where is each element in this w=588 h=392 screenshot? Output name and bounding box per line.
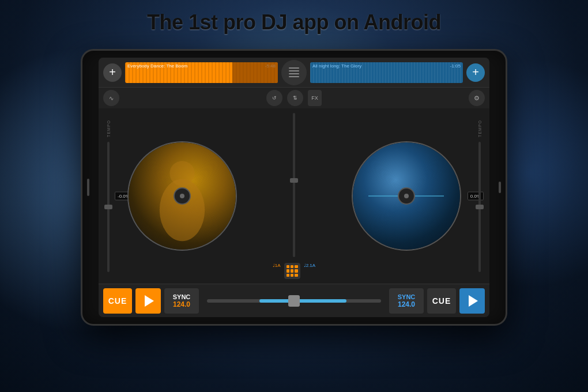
grid-button[interactable] [284, 263, 300, 279]
crossfader-fill [259, 299, 346, 303]
crossfader-thumb[interactable] [288, 295, 300, 307]
cue-button-right[interactable]: CUE [427, 288, 456, 314]
bpm-left: 124.0 [173, 300, 190, 308]
tablet-screen: + -5:48 Everybody Dance: The Boom -1:05 … [99, 58, 489, 317]
vinyl-center-left [174, 187, 191, 205]
tempo-slider-right[interactable]: TEMPO [476, 120, 484, 272]
bpm-right: 124.0 [398, 300, 415, 308]
sync-button-right[interactable]: SYNC 124.0 [389, 288, 424, 314]
controls-row: ∿ ↺ ⇅ FX ⚙ [99, 88, 489, 108]
bottom-bar: CUE SYNC 124.0 SYNC 124.0 [99, 284, 489, 317]
waveform-right[interactable]: -1:05 All night long: The Glory [310, 62, 463, 83]
key-right-label: ♩2.1A [304, 263, 315, 279]
play-button-right[interactable] [459, 288, 485, 314]
crossfader[interactable] [202, 288, 386, 314]
mixer-icon [289, 67, 299, 77]
play-icon-left [145, 295, 154, 307]
play-button-left[interactable] [135, 288, 161, 314]
vinyl-center-right [398, 187, 415, 205]
waveform-left-dark [232, 62, 278, 83]
tempo-thumb-right[interactable] [476, 205, 484, 209]
vinyl-left[interactable] [127, 141, 237, 251]
sync-label-right: SYNC [398, 293, 416, 300]
settings-button[interactable]: ⚙ [469, 90, 485, 106]
add-track-left-button[interactable]: + [103, 63, 122, 82]
track-name-left: Everybody Dance: The Boom [127, 63, 187, 69]
page-title: The 1st pro DJ app on Android [0, 10, 588, 35]
sync-button-left[interactable]: SYNC 124.0 [164, 288, 199, 314]
play-icon-right [469, 295, 478, 307]
track-name-right: All night long: The Glory [312, 63, 361, 69]
deck-left: TEMPO -0.0% [99, 108, 265, 284]
cue-button-left[interactable]: CUE [103, 288, 132, 314]
volume-fader-thumb[interactable] [290, 178, 298, 183]
tempo-label-right: TEMPO [478, 120, 482, 137]
tempo-thumb-left[interactable] [104, 205, 112, 209]
tempo-track-left[interactable] [107, 142, 110, 272]
volume-fader[interactable] [293, 113, 295, 257]
key-left-label: ♩1A [273, 263, 281, 279]
loop-button[interactable]: ↺ [266, 90, 282, 106]
tablet-button-right [499, 182, 501, 193]
vinyl-right[interactable] [352, 141, 461, 251]
key-labels-row: ♩1A ♩2.1A [273, 263, 315, 279]
tempo-slider-left[interactable]: TEMPO [104, 120, 112, 272]
crossfader-track[interactable] [207, 299, 381, 303]
top-bar: + -5:48 Everybody Dance: The Boom -1:05 … [99, 58, 489, 88]
deck-right: 0.0% TEMPO [323, 108, 489, 284]
waveform-left[interactable]: -5:48 Everybody Dance: The Boom [125, 62, 278, 83]
dj-app: + -5:48 Everybody Dance: The Boom -1:05 … [99, 58, 489, 317]
sync-label-left: SYNC [173, 293, 191, 300]
waveform-toggle-button[interactable]: ∿ [103, 90, 119, 106]
tablet-button-left [87, 179, 89, 196]
center-mix-button[interactable] [281, 60, 307, 85]
track-time-right: -1:05 [450, 63, 461, 69]
deck-area: TEMPO -0.0% [99, 108, 489, 284]
eq-button[interactable]: ⇅ [287, 90, 303, 106]
tempo-track-right[interactable] [478, 142, 481, 272]
tempo-label-left: TEMPO [107, 120, 111, 137]
mixer-center: ♩1A ♩2.1A [265, 108, 323, 284]
fx-button[interactable]: FX [308, 90, 322, 106]
tablet-device: + -5:48 Everybody Dance: The Boom -1:05 … [81, 49, 507, 326]
add-track-right-button[interactable]: + [466, 63, 485, 82]
